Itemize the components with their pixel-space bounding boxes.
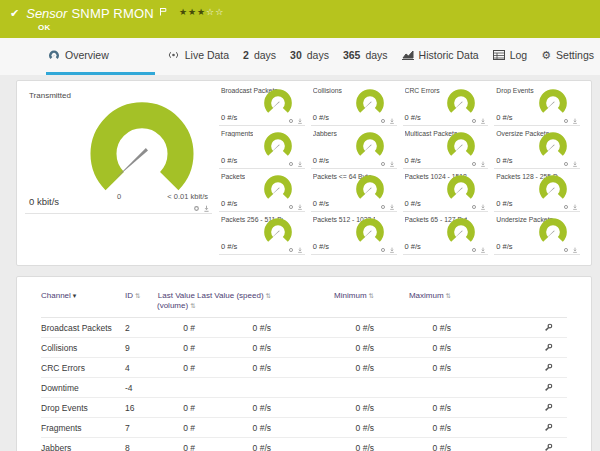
cell-channel[interactable]: Broadcast Packets — [41, 323, 125, 333]
gauge-download-icon[interactable] — [572, 204, 578, 210]
gauge-settings-gear-icon[interactable] — [563, 161, 569, 167]
small-gauge-cell: Undersize Packets 0 #/s — [494, 212, 580, 255]
sensor-type-label: Sensor — [26, 6, 67, 21]
tab-30-days-number: 30 — [290, 49, 302, 61]
gauge-settings-gear-icon[interactable] — [380, 118, 386, 124]
small-gauge-dial — [355, 174, 385, 202]
rating-stars-empty[interactable]: ☆☆ — [206, 7, 224, 17]
table-row[interactable]: Fragments 7 0 # 0 #/s 0 #/s 0 #/s — [41, 418, 567, 438]
column-header-last-value-volume[interactable]: Last Value (volume)⇅ — [157, 291, 195, 311]
column-header-channel[interactable]: Channel▾ — [41, 291, 125, 301]
cell-last-value-volume: 0 # — [157, 363, 195, 373]
gauge-download-icon[interactable] — [389, 118, 395, 124]
small-gauge-cell: Packets 128 - 255 Bytes 0 #/s — [494, 169, 580, 212]
edit-channel-wrench-icon[interactable] — [544, 443, 553, 451]
column-header-id[interactable]: ID⇅ — [125, 291, 157, 301]
gauge-download-icon[interactable] — [297, 161, 303, 167]
cell-channel[interactable]: Jabbers — [41, 443, 125, 451]
gauge-settings-gear-icon[interactable] — [288, 118, 294, 124]
gauge-download-icon[interactable] — [389, 161, 395, 167]
sensor-name: SNMP RMON — [71, 6, 153, 21]
edit-channel-wrench-icon[interactable] — [544, 323, 553, 332]
gauge-settings-gear-icon[interactable] — [380, 161, 386, 167]
small-gauge-value: 0 #/s — [405, 242, 421, 251]
gauge-download-icon[interactable] — [389, 247, 395, 253]
rating-stars-filled[interactable]: ★★★ — [179, 7, 206, 17]
sort-icon[interactable]: ⇅ — [446, 292, 451, 299]
cell-channel[interactable]: Drop Events — [41, 403, 125, 413]
tab-overview[interactable]: Overview — [46, 38, 155, 75]
sensor-status-badge: OK — [38, 23, 600, 32]
cell-last-value-speed: 0 #/s — [195, 423, 271, 433]
gauge-download-icon[interactable] — [572, 161, 578, 167]
small-gauge-dial — [446, 88, 476, 116]
gauge-settings-gear-icon[interactable] — [193, 205, 200, 212]
gauge-download-icon[interactable] — [572, 247, 578, 253]
tab-365-days-label: days — [365, 49, 387, 61]
tab-365-days[interactable]: 365 days — [341, 38, 390, 75]
gauge-settings-gear-icon[interactable] — [380, 204, 386, 210]
cell-channel[interactable]: Fragments — [41, 423, 125, 433]
table-row[interactable]: Drop Events 16 0 # 0 #/s 0 #/s 0 #/s — [41, 398, 567, 418]
priority-rating[interactable]: ★★★☆☆ — [179, 7, 224, 17]
column-header-maximum[interactable]: Maximum⇅ — [374, 291, 451, 301]
gauge-download-icon[interactable] — [297, 118, 303, 124]
sort-icon[interactable]: ⇅ — [190, 302, 195, 309]
gauge-settings-gear-icon[interactable] — [471, 204, 477, 210]
sensor-tab-bar: Overview Live Data 2 days 30 days 365 da… — [0, 38, 600, 75]
cell-channel[interactable]: Downtime — [41, 383, 125, 393]
small-gauge-cell: CRC Errors 0 #/s — [403, 83, 489, 126]
small-gauge-value: 0 #/s — [405, 113, 421, 122]
sort-icon[interactable]: ⇅ — [135, 292, 140, 299]
edit-channel-wrench-icon[interactable] — [544, 363, 553, 372]
table-row[interactable]: Downtime -4 — [41, 378, 567, 398]
gauge-settings-gear-icon[interactable] — [288, 161, 294, 167]
tab-log[interactable]: Log — [491, 38, 530, 75]
tab-live-data[interactable]: Live Data — [165, 38, 231, 75]
table-row[interactable]: Collisions 9 0 # 0 #/s 0 #/s 0 #/s — [41, 338, 567, 358]
table-row[interactable]: Jabbers 8 0 # 0 #/s 0 #/s 0 #/s — [41, 438, 567, 451]
table-row[interactable]: CRC Errors 4 0 # 0 #/s 0 #/s 0 #/s — [41, 358, 567, 378]
gauge-download-icon[interactable] — [480, 118, 486, 124]
column-header-minimum[interactable]: Minimum⇅ — [271, 291, 374, 301]
table-row[interactable]: Broadcast Packets 2 0 # 0 #/s 0 #/s 0 #/… — [41, 318, 567, 338]
cell-maximum: 0 #/s — [374, 443, 451, 451]
edit-channel-wrench-icon[interactable] — [544, 383, 553, 392]
live-data-broadcast-icon — [167, 50, 180, 60]
gauge-settings-gear-icon[interactable] — [563, 204, 569, 210]
tab-settings[interactable]: ⚙ Settings — [539, 38, 596, 75]
cell-channel[interactable]: CRC Errors — [41, 363, 125, 373]
gauge-download-icon[interactable] — [389, 204, 395, 210]
column-header-last-value-speed[interactable]: Last Value (speed)⇅ — [195, 291, 271, 301]
gauge-download-icon[interactable] — [480, 247, 486, 253]
gauge-settings-gear-icon[interactable] — [563, 118, 569, 124]
gauge-download-icon[interactable] — [297, 204, 303, 210]
gauge-download-icon[interactable] — [480, 204, 486, 210]
small-gauge-label: Packets — [221, 173, 245, 180]
tab-historic-data[interactable]: Historic Data — [400, 38, 481, 75]
gauge-settings-gear-icon[interactable] — [380, 247, 386, 253]
priority-flag-icon[interactable] — [159, 2, 167, 20]
tab-30-days[interactable]: 30 days — [288, 38, 331, 75]
edit-channel-wrench-icon[interactable] — [544, 423, 553, 432]
tab-live-data-label: Live Data — [185, 49, 229, 61]
gauge-settings-gear-icon[interactable] — [563, 247, 569, 253]
edit-channel-wrench-icon[interactable] — [544, 343, 553, 352]
transmitted-gauge — [86, 98, 198, 202]
gauge-download-icon[interactable] — [572, 118, 578, 124]
gauge-download-icon[interactable] — [203, 205, 210, 212]
edit-channel-wrench-icon[interactable] — [544, 403, 553, 412]
sort-desc-icon[interactable]: ▾ — [73, 292, 77, 299]
gauge-settings-gear-icon[interactable] — [288, 247, 294, 253]
gauge-settings-gear-icon[interactable] — [471, 161, 477, 167]
gauge-download-icon[interactable] — [480, 161, 486, 167]
cell-last-value-speed: 0 #/s — [195, 363, 271, 373]
gauge-settings-gear-icon[interactable] — [471, 118, 477, 124]
gauge-download-icon[interactable] — [297, 247, 303, 253]
cell-minimum: 0 #/s — [271, 363, 374, 373]
gauge-settings-gear-icon[interactable] — [471, 247, 477, 253]
tab-2-days[interactable]: 2 days — [241, 38, 278, 75]
gauge-settings-gear-icon[interactable] — [288, 204, 294, 210]
cell-channel[interactable]: Collisions — [41, 343, 125, 353]
small-gauge-value: 0 #/s — [221, 242, 237, 251]
